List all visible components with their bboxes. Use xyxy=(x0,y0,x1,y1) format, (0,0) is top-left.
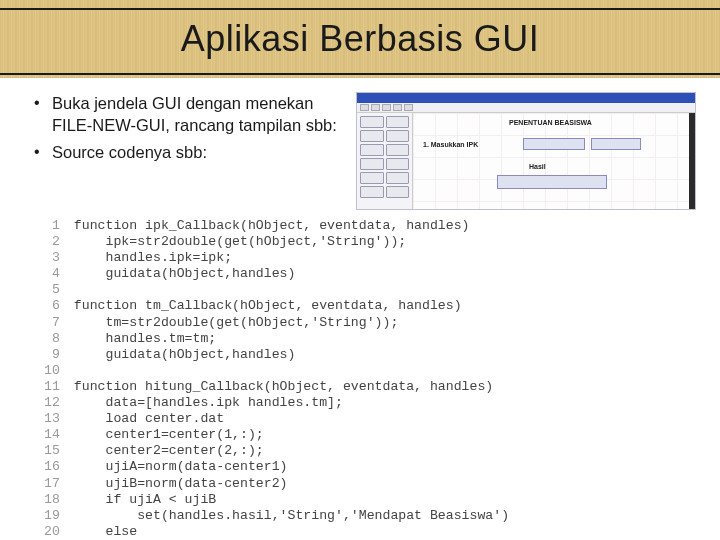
gui-screenshot: PENENTUAN BEASISWA 1. Masukkan IPK Hasil xyxy=(356,92,696,210)
palette-item-icon xyxy=(360,186,384,198)
line-number: 8 xyxy=(44,331,60,347)
line-number-gutter: 12345678910111213141516171819202122 xyxy=(44,218,74,540)
line-number: 11 xyxy=(44,379,60,395)
code-line: data=[handles.ipk handles.tm]; xyxy=(74,395,688,411)
code-line: load center.dat xyxy=(74,411,688,427)
line-number: 17 xyxy=(44,476,60,492)
line-number: 20 xyxy=(44,524,60,540)
line-number: 5 xyxy=(44,282,60,298)
line-number: 16 xyxy=(44,459,60,475)
content-row: Buka jendela GUI dengan menekan FILE-NEW… xyxy=(0,78,720,218)
code-line: guidata(hObject,handles) xyxy=(74,347,688,363)
line-number: 12 xyxy=(44,395,60,411)
code-line: guidata(hObject,handles) xyxy=(74,266,688,282)
code-line: handles.ipk=ipk; xyxy=(74,250,688,266)
toolbar-button-icon xyxy=(382,104,391,111)
toolbar-button-icon xyxy=(360,104,369,111)
palette-item-icon xyxy=(386,130,410,142)
code-line: set(handles.hasil,'String','Mendapat Bea… xyxy=(74,508,688,524)
line-number: 7 xyxy=(44,315,60,331)
code-lines: function ipk_Callback(hObject, eventdata… xyxy=(74,218,688,540)
bullet-item: Buka jendela GUI dengan menekan FILE-NEW… xyxy=(34,92,344,137)
toolbar-button-icon xyxy=(371,104,380,111)
palette-item-icon xyxy=(360,116,384,128)
line-number: 9 xyxy=(44,347,60,363)
line-number: 1 xyxy=(44,218,60,234)
gui-toolbar xyxy=(357,103,695,113)
line-number: 3 xyxy=(44,250,60,266)
palette-item-icon xyxy=(360,144,384,156)
palette-item-icon xyxy=(360,158,384,170)
slide-title: Aplikasi Berbasis GUI xyxy=(181,18,540,60)
code-line: ipk=str2double(get(hObject,'String')); xyxy=(74,234,688,250)
line-number: 6 xyxy=(44,298,60,314)
code-block: 12345678910111213141516171819202122 func… xyxy=(0,218,720,540)
palette-item-icon xyxy=(386,172,410,184)
toolbar-button-icon xyxy=(393,104,402,111)
line-number: 15 xyxy=(44,443,60,459)
code-line xyxy=(74,363,688,379)
code-line: ujiA=norm(data-center1) xyxy=(74,459,688,475)
line-number: 10 xyxy=(44,363,60,379)
gui-output-field xyxy=(497,175,607,189)
gui-component-palette xyxy=(357,113,413,209)
code-line: tm=str2double(get(hObject,'String')); xyxy=(74,315,688,331)
toolbar-button-icon xyxy=(404,104,413,111)
gui-input-field xyxy=(523,138,585,150)
gui-canvas: PENENTUAN BEASISWA 1. Masukkan IPK Hasil xyxy=(413,113,695,209)
palette-item-icon xyxy=(386,144,410,156)
line-number: 14 xyxy=(44,427,60,443)
code-line: center1=center(1,:); xyxy=(74,427,688,443)
palette-item-icon xyxy=(360,130,384,142)
gui-window-titlebar xyxy=(357,93,695,103)
line-number: 18 xyxy=(44,492,60,508)
gui-button-label: Hasil xyxy=(529,163,546,170)
title-band: Aplikasi Berbasis GUI xyxy=(0,0,720,78)
code-line: if ujiA < ujiB xyxy=(74,492,688,508)
code-line xyxy=(74,282,688,298)
palette-item-icon xyxy=(360,172,384,184)
code-line: function ipk_Callback(hObject, eventdata… xyxy=(74,218,688,234)
line-number: 2 xyxy=(44,234,60,250)
line-number: 19 xyxy=(44,508,60,524)
bullet-list: Buka jendela GUI dengan menekan FILE-NEW… xyxy=(34,92,344,210)
palette-item-icon xyxy=(386,116,410,128)
gui-row-label: 1. Masukkan IPK xyxy=(423,141,478,148)
bullet-item: Source codenya sbb: xyxy=(34,141,344,163)
gui-input-field xyxy=(591,138,641,150)
line-number: 13 xyxy=(44,411,60,427)
code-line: else xyxy=(74,524,688,540)
code-line: center2=center(2,:); xyxy=(74,443,688,459)
code-line: function tm_Callback(hObject, eventdata,… xyxy=(74,298,688,314)
palette-item-icon xyxy=(386,158,410,170)
code-line: ujiB=norm(data-center2) xyxy=(74,476,688,492)
line-number: 4 xyxy=(44,266,60,282)
palette-item-icon xyxy=(386,186,410,198)
code-line: handles.tm=tm; xyxy=(74,331,688,347)
code-line: function hitung_Callback(hObject, eventd… xyxy=(74,379,688,395)
gui-body: PENENTUAN BEASISWA 1. Masukkan IPK Hasil xyxy=(357,113,695,209)
